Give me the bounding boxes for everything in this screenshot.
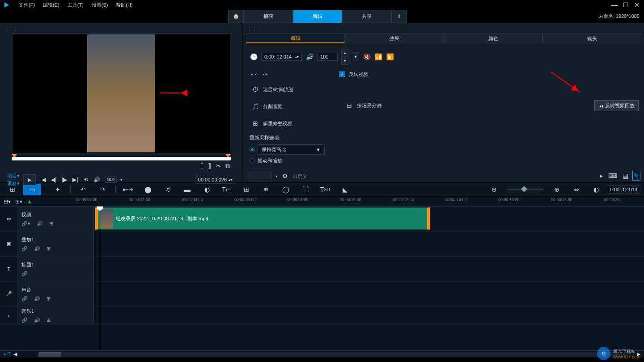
fit-timeline-icon[interactable]: ⇔ bbox=[568, 184, 585, 195]
timeline-timecode[interactable]: 0:00: 12:014 bbox=[607, 185, 640, 194]
preview-timecode[interactable]: 00:00:00:026 ▴▾ bbox=[195, 176, 235, 184]
music-track-icon[interactable]: ♪ bbox=[0, 307, 18, 324]
time-ruler[interactable]: 00:00:00:0000:00:02:0000:00:04:0000:00:0… bbox=[76, 197, 644, 206]
link-icon[interactable]: 🔗 bbox=[21, 317, 28, 323]
menu-tools[interactable]: 工具(T) bbox=[68, 2, 84, 8]
bracket-in-icon[interactable]: ⟦ bbox=[200, 162, 203, 170]
video-track-body[interactable]: 轻映录屏 2022-10-20 08-00-13 - 副本.mp4 bbox=[94, 206, 644, 231]
close-button[interactable]: ✕ bbox=[634, 1, 640, 8]
mute-icon[interactable]: 🔇 bbox=[363, 53, 371, 61]
motion-icon[interactable]: ≋ bbox=[257, 184, 275, 195]
vol-down[interactable]: ▾ bbox=[341, 57, 348, 65]
aspect-ratio[interactable]: 16:9 bbox=[105, 177, 117, 183]
overlay-track-body[interactable] bbox=[94, 232, 644, 256]
split-audio-option[interactable]: 🎵分割音频 bbox=[250, 101, 343, 112]
zoom-out-icon[interactable]: ⊖ bbox=[485, 184, 503, 195]
menu-settings[interactable]: 设置(S) bbox=[92, 2, 108, 8]
rotate-left-icon[interactable]: ⤺ bbox=[250, 70, 258, 78]
go-end-button[interactable]: ▶| bbox=[72, 176, 79, 184]
collapse-icon[interactable]: ⇤T bbox=[4, 351, 11, 357]
opttab-color[interactable]: 颜色 bbox=[444, 34, 542, 43]
sound-icon[interactable]: 🔊 bbox=[37, 221, 43, 227]
rotate-right-icon[interactable]: ⤻ bbox=[261, 70, 269, 78]
play-button[interactable]: ▶ bbox=[23, 174, 36, 185]
next-panel-icon[interactable]: ▸ bbox=[598, 171, 604, 181]
vol-up[interactable]: ▴ bbox=[341, 49, 348, 57]
video-preview[interactable] bbox=[12, 34, 230, 153]
keyboard-icon[interactable]: ⌨ bbox=[607, 171, 619, 181]
export-icon[interactable]: ⬆ bbox=[391, 10, 407, 23]
overlay-track-icon[interactable]: ▣ bbox=[0, 232, 18, 256]
music-track-body[interactable] bbox=[94, 307, 644, 324]
snapshot-icon[interactable]: ⧉ bbox=[225, 162, 230, 170]
multi-trim-option[interactable]: ⊞多重修整视频 bbox=[250, 118, 343, 129]
speed-option[interactable]: ⏱速度/时间流逝 bbox=[250, 84, 343, 95]
tab-capture[interactable]: 捕获 bbox=[244, 10, 293, 23]
home-button[interactable]: 🏠 bbox=[228, 10, 244, 23]
pattern-icon[interactable]: ⊞ bbox=[47, 246, 51, 252]
track-motion-icon[interactable]: ◯ bbox=[277, 184, 295, 195]
tab-share[interactable]: 共享 bbox=[342, 10, 391, 23]
loop-button[interactable]: ⟲ bbox=[83, 176, 89, 184]
add-track-icon[interactable]: ⊞▾ bbox=[15, 198, 22, 205]
opttab-effect[interactable]: 效果 bbox=[345, 34, 444, 43]
link-icon[interactable]: 🔗 bbox=[21, 296, 28, 302]
cut-icon[interactable]: ✂ bbox=[216, 162, 221, 170]
opttab-edit[interactable]: 编辑 bbox=[246, 34, 345, 43]
sound-icon[interactable]: 🔊 bbox=[34, 296, 40, 302]
sound-icon[interactable]: 🔊 bbox=[34, 317, 40, 323]
sound-track-body[interactable] bbox=[94, 282, 644, 306]
sound-icon[interactable]: 🔊 bbox=[34, 246, 40, 252]
volume-input[interactable]: 100 bbox=[317, 53, 338, 61]
bracket-out-icon[interactable]: ⟧ bbox=[208, 162, 211, 170]
pattern-icon[interactable]: ⊞ bbox=[47, 317, 51, 323]
menu-file[interactable]: 文件(F) bbox=[19, 2, 35, 8]
tab-edit[interactable]: 编辑 bbox=[293, 10, 342, 23]
link-icon[interactable]: 🔗 bbox=[21, 246, 28, 252]
video-clip[interactable]: 轻映录屏 2022-10-20 08-00-13 - 副本.mp4 bbox=[95, 207, 430, 230]
playhead[interactable] bbox=[100, 206, 100, 350]
expand-icon[interactable]: ▲ bbox=[27, 198, 32, 205]
scroll-left-icon[interactable]: ◀ bbox=[13, 351, 17, 357]
title-track-icon[interactable]: T bbox=[0, 257, 18, 281]
grid-icon[interactable]: ⊞ bbox=[237, 184, 255, 195]
color-swatch[interactable] bbox=[250, 171, 272, 181]
menu-help[interactable]: 帮助(H) bbox=[116, 2, 132, 8]
zoom-slider[interactable] bbox=[508, 189, 543, 190]
scrubber[interactable] bbox=[12, 157, 231, 160]
video-track-icon[interactable]: ▭ bbox=[0, 206, 18, 231]
pan-zoom-radio[interactable] bbox=[250, 158, 255, 164]
menu-edit[interactable]: 编辑(E) bbox=[43, 2, 59, 8]
fade-out-icon[interactable]: 📶 bbox=[386, 53, 394, 61]
title-track-body[interactable] bbox=[94, 257, 644, 281]
fade-in-icon[interactable]: 📶 bbox=[374, 53, 382, 61]
panel-grip[interactable]: ⋮⋮⋮ bbox=[246, 26, 641, 34]
prev-frame-button[interactable]: ◀| bbox=[50, 176, 57, 184]
reverse-checkbox[interactable] bbox=[339, 71, 345, 77]
panel-grip[interactable]: ⋮⋮⋮ bbox=[3, 26, 240, 34]
link-icon[interactable]: 🔗▾ bbox=[21, 221, 30, 227]
vol-dropdown[interactable]: ▼ bbox=[352, 52, 359, 61]
link-icon[interactable]: 🔗 bbox=[21, 271, 28, 277]
keep-aspect-radio[interactable] bbox=[250, 147, 255, 152]
project-mode-label[interactable]: 项目▾ bbox=[7, 173, 20, 179]
next-frame-button[interactable]: |▶ bbox=[61, 176, 68, 184]
go-start-button[interactable]: |◀ bbox=[39, 176, 47, 184]
duration-input[interactable]: 0:00: 12:014▴▾ bbox=[261, 53, 302, 61]
duration-icon[interactable]: ◐ bbox=[587, 184, 605, 195]
volume-button[interactable]: 🔊 bbox=[93, 176, 101, 184]
pattern-icon[interactable]: ⊞ bbox=[49, 221, 53, 227]
minimize-button[interactable]: — bbox=[611, 1, 618, 8]
mask-icon[interactable]: ◣ bbox=[336, 184, 354, 195]
keep-aspect-dropdown[interactable]: 保持宽高比▼ bbox=[258, 144, 325, 155]
maximize-button[interactable]: ☐ bbox=[623, 1, 629, 8]
layout-icon[interactable]: ▦ bbox=[621, 171, 630, 181]
scene-split-option[interactable]: ⊟按场景分割 bbox=[343, 100, 437, 111]
sound-track-icon[interactable]: 🎤 bbox=[0, 282, 18, 306]
horizontal-scrollbar[interactable] bbox=[38, 352, 630, 357]
pattern-icon[interactable]: ⊞ bbox=[47, 296, 51, 302]
track-options-icon[interactable]: ⊟▾ bbox=[4, 198, 11, 205]
opttab-lens[interactable]: 镜头 bbox=[542, 34, 641, 43]
crop-icon[interactable]: ⛶ bbox=[297, 184, 314, 195]
3d-icon[interactable]: T3D bbox=[316, 184, 334, 195]
